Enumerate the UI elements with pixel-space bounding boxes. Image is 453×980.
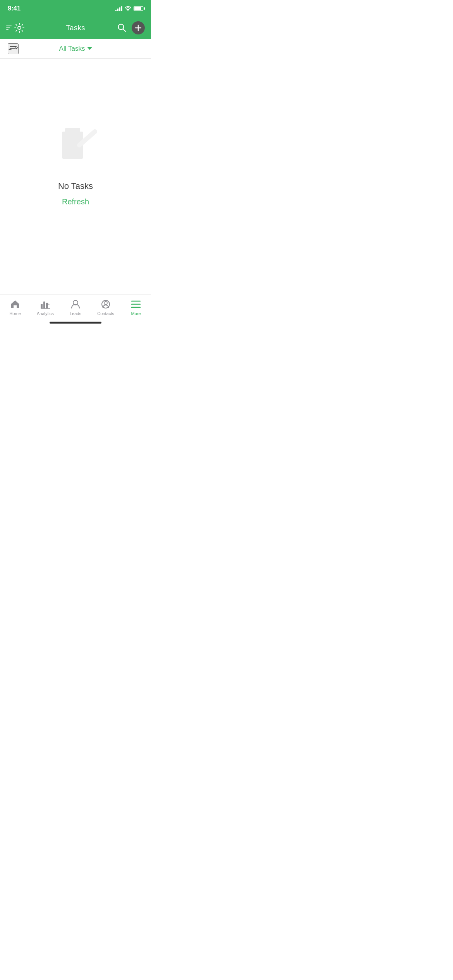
status-time: 9:41 [8,5,21,12]
search-icon [117,23,126,32]
wifi-icon [125,6,131,11]
status-icons [115,6,143,11]
svg-rect-8 [65,128,80,135]
tab-more[interactable]: More [121,299,151,316]
leads-icon [70,299,81,310]
filter-lines-icon [6,26,12,30]
tab-more-label: More [131,311,141,316]
no-tasks-icon [50,124,101,172]
more-icon [130,299,141,310]
filter-label: All Tasks [59,45,85,53]
svg-rect-11 [43,302,45,308]
search-button[interactable] [117,23,126,33]
tab-home[interactable]: Home [0,299,30,316]
filter-selector[interactable]: All Tasks [59,45,92,53]
home-indicator [50,322,101,324]
status-bar: 9:41 [0,0,151,17]
svg-point-15 [104,302,107,305]
svg-rect-10 [41,304,43,308]
tab-contacts[interactable]: Contacts [91,299,121,316]
home-icon [10,299,21,310]
tab-home-label: Home [9,311,21,316]
refresh-button[interactable]: Refresh [62,197,89,206]
tab-leads-label: Leads [70,311,81,316]
plus-icon [135,24,142,31]
sort-button[interactable] [8,43,19,54]
chevron-down-icon [87,47,92,50]
svg-line-2 [123,29,126,31]
header-left [6,22,25,33]
svg-point-0 [18,26,21,29]
sub-header: All Tasks [0,39,151,59]
empty-state: No Tasks Refresh [50,59,101,295]
header-right [117,21,145,34]
contacts-icon [100,299,111,310]
no-tasks-text: No Tasks [58,181,93,191]
page-title: Tasks [66,24,85,32]
add-button[interactable] [132,21,145,34]
tab-leads[interactable]: Leads [60,299,91,316]
app-header: Tasks [0,17,151,39]
tab-analytics[interactable]: Analytics [30,299,60,316]
analytics-icon [40,299,51,310]
sort-icon [9,44,18,53]
signal-icon [115,6,122,11]
tab-analytics-label: Analytics [37,311,54,316]
main-content: No Tasks Refresh [0,59,151,295]
battery-icon [134,6,143,11]
tab-contacts-label: Contacts [97,311,114,316]
settings-icon[interactable] [14,22,25,33]
